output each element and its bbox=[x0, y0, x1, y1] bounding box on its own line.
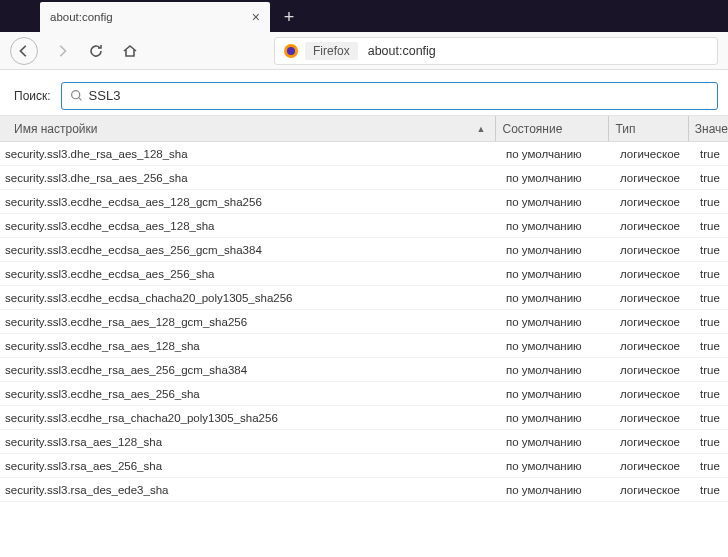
column-value[interactable]: Значе bbox=[688, 116, 728, 141]
new-tab-button[interactable]: + bbox=[274, 2, 304, 32]
pref-value: true bbox=[694, 268, 728, 280]
pref-state: по умолчанию bbox=[500, 268, 614, 280]
reload-button[interactable] bbox=[86, 41, 106, 61]
arrow-right-icon bbox=[55, 44, 69, 58]
pref-name: security.ssl3.rsa_aes_128_sha bbox=[0, 436, 500, 448]
pref-value: true bbox=[694, 364, 728, 376]
pref-type: логическое bbox=[614, 388, 694, 400]
pref-row[interactable]: security.ssl3.dhe_rsa_aes_128_shaпо умол… bbox=[0, 142, 728, 166]
pref-name: security.ssl3.ecdhe_rsa_aes_256_gcm_sha3… bbox=[0, 364, 500, 376]
pref-row[interactable]: security.ssl3.ecdhe_ecdsa_aes_256_shaпо … bbox=[0, 262, 728, 286]
pref-name: security.ssl3.rsa_aes_256_sha bbox=[0, 460, 500, 472]
pref-row[interactable]: security.ssl3.ecdhe_ecdsa_aes_128_gcm_sh… bbox=[0, 190, 728, 214]
sort-asc-icon: ▲ bbox=[477, 124, 486, 134]
pref-row[interactable]: security.ssl3.dhe_rsa_aes_256_shaпо умол… bbox=[0, 166, 728, 190]
pref-row[interactable]: security.ssl3.ecdhe_ecdsa_chacha20_poly1… bbox=[0, 286, 728, 310]
pref-name: security.ssl3.ecdhe_ecdsa_aes_256_sha bbox=[0, 268, 500, 280]
pref-row[interactable]: security.ssl3.ecdhe_ecdsa_aes_256_gcm_sh… bbox=[0, 238, 728, 262]
column-state[interactable]: Состояние bbox=[495, 116, 608, 141]
pref-list: security.ssl3.dhe_rsa_aes_128_shaпо умол… bbox=[0, 142, 728, 502]
pref-state: по умолчанию bbox=[500, 388, 614, 400]
svg-point-2 bbox=[71, 91, 79, 99]
column-state-label: Состояние bbox=[502, 122, 562, 136]
pref-state: по умолчанию bbox=[500, 316, 614, 328]
close-icon[interactable]: × bbox=[252, 9, 260, 25]
pref-state: по умолчанию bbox=[500, 460, 614, 472]
arrow-left-icon bbox=[17, 44, 31, 58]
pref-name: security.ssl3.dhe_rsa_aes_256_sha bbox=[0, 172, 500, 184]
pref-row[interactable]: security.ssl3.ecdhe_rsa_chacha20_poly130… bbox=[0, 406, 728, 430]
reload-icon bbox=[88, 43, 104, 59]
pref-name: security.ssl3.ecdhe_ecdsa_aes_128_sha bbox=[0, 220, 500, 232]
search-input[interactable] bbox=[89, 88, 709, 103]
firefox-logo-icon bbox=[283, 43, 299, 59]
pref-value: true bbox=[694, 484, 728, 496]
pref-type: логическое bbox=[614, 316, 694, 328]
pref-type: логическое bbox=[614, 292, 694, 304]
pref-value: true bbox=[694, 436, 728, 448]
pref-type: логическое bbox=[614, 340, 694, 352]
pref-value: true bbox=[694, 244, 728, 256]
pref-type: логическое bbox=[614, 484, 694, 496]
browser-tab[interactable]: about:config × bbox=[40, 2, 270, 32]
pref-type: логическое bbox=[614, 148, 694, 160]
search-icon bbox=[70, 89, 83, 102]
pref-value: true bbox=[694, 460, 728, 472]
search-label: Поиск: bbox=[14, 89, 51, 103]
column-value-label: Значе bbox=[695, 122, 728, 136]
pref-type: логическое bbox=[614, 268, 694, 280]
column-name-label: Имя настройки bbox=[14, 122, 98, 136]
column-type[interactable]: Тип bbox=[608, 116, 687, 141]
pref-name: security.ssl3.ecdhe_ecdsa_chacha20_poly1… bbox=[0, 292, 500, 304]
column-type-label: Тип bbox=[615, 122, 635, 136]
pref-value: true bbox=[694, 412, 728, 424]
svg-point-1 bbox=[287, 47, 295, 55]
pref-state: по умолчанию bbox=[500, 244, 614, 256]
nav-toolbar: Firefox about:config bbox=[0, 32, 728, 70]
pref-state: по умолчанию bbox=[500, 172, 614, 184]
pref-name: security.ssl3.ecdhe_rsa_chacha20_poly130… bbox=[0, 412, 500, 424]
pref-row[interactable]: security.ssl3.ecdhe_rsa_aes_256_shaпо ум… bbox=[0, 382, 728, 406]
forward-button bbox=[52, 41, 72, 61]
pref-row[interactable]: security.ssl3.ecdhe_ecdsa_aes_128_shaпо … bbox=[0, 214, 728, 238]
pref-row[interactable]: security.ssl3.rsa_aes_128_shaпо умолчани… bbox=[0, 430, 728, 454]
pref-row[interactable]: security.ssl3.ecdhe_rsa_aes_128_shaпо ум… bbox=[0, 334, 728, 358]
pref-type: логическое bbox=[614, 172, 694, 184]
pref-type: логическое bbox=[614, 412, 694, 424]
back-button[interactable] bbox=[10, 37, 38, 65]
pref-value: true bbox=[694, 292, 728, 304]
pref-value: true bbox=[694, 196, 728, 208]
pref-state: по умолчанию bbox=[500, 484, 614, 496]
pref-value: true bbox=[694, 220, 728, 232]
pref-name: security.ssl3.ecdhe_ecdsa_aes_256_gcm_sh… bbox=[0, 244, 500, 256]
pref-row[interactable]: security.ssl3.rsa_des_ede3_shaпо умолчан… bbox=[0, 478, 728, 502]
pref-name: security.ssl3.ecdhe_rsa_aes_256_sha bbox=[0, 388, 500, 400]
pref-state: по умолчанию bbox=[500, 220, 614, 232]
pref-type: логическое bbox=[614, 436, 694, 448]
pref-state: по умолчанию bbox=[500, 436, 614, 448]
pref-row[interactable]: security.ssl3.ecdhe_rsa_aes_256_gcm_sha3… bbox=[0, 358, 728, 382]
column-name[interactable]: Имя настройки ▲ bbox=[0, 122, 495, 136]
pref-name: security.ssl3.dhe_rsa_aes_128_sha bbox=[0, 148, 500, 160]
pref-row[interactable]: security.ssl3.rsa_aes_256_shaпо умолчани… bbox=[0, 454, 728, 478]
pref-type: логическое bbox=[614, 196, 694, 208]
pref-type: логическое bbox=[614, 364, 694, 376]
pref-row[interactable]: security.ssl3.ecdhe_rsa_aes_128_gcm_sha2… bbox=[0, 310, 728, 334]
pref-value: true bbox=[694, 316, 728, 328]
tab-strip: about:config × + bbox=[0, 0, 728, 32]
search-box[interactable] bbox=[61, 82, 718, 110]
pref-type: логическое bbox=[614, 460, 694, 472]
columns-header: Имя настройки ▲ Состояние Тип Значе bbox=[0, 116, 728, 142]
pref-value: true bbox=[694, 388, 728, 400]
url-bar[interactable]: Firefox about:config bbox=[274, 37, 718, 65]
url-text: about:config bbox=[368, 44, 436, 58]
pref-type: логическое bbox=[614, 220, 694, 232]
pref-name: security.ssl3.ecdhe_rsa_aes_128_gcm_sha2… bbox=[0, 316, 500, 328]
home-button[interactable] bbox=[120, 41, 140, 61]
pref-state: по умолчанию bbox=[500, 292, 614, 304]
pref-name: security.ssl3.ecdhe_rsa_aes_128_sha bbox=[0, 340, 500, 352]
pref-state: по умолчанию bbox=[500, 196, 614, 208]
pref-name: security.ssl3.rsa_des_ede3_sha bbox=[0, 484, 500, 496]
pref-state: по умолчанию bbox=[500, 340, 614, 352]
pref-value: true bbox=[694, 340, 728, 352]
